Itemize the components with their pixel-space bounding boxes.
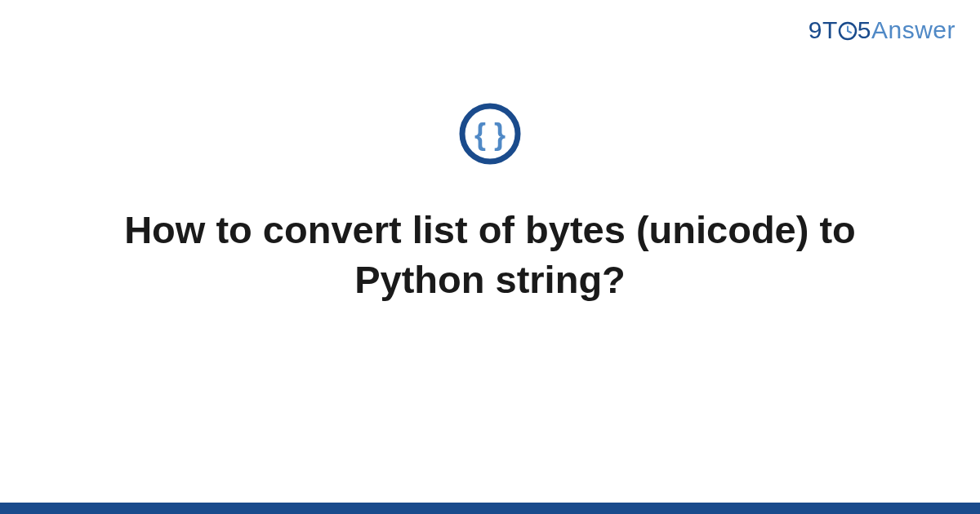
logo-answer: Answer — [871, 16, 956, 43]
page-title: How to convert list of bytes (unicode) t… — [122, 205, 858, 304]
logo-clock-icon — [838, 21, 858, 41]
svg-line-2 — [848, 31, 851, 33]
logo-nine: 9 — [808, 16, 822, 43]
svg-text:{ }: { } — [474, 117, 506, 151]
logo-t: T — [822, 16, 838, 43]
footer-accent-bar — [0, 503, 980, 514]
code-braces-icon: { } — [458, 102, 522, 166]
logo-five: 5 — [858, 16, 871, 43]
main-content: { } How to convert list of bytes (unicod… — [0, 102, 980, 304]
site-logo[interactable]: 9T5Answer — [808, 16, 956, 44]
